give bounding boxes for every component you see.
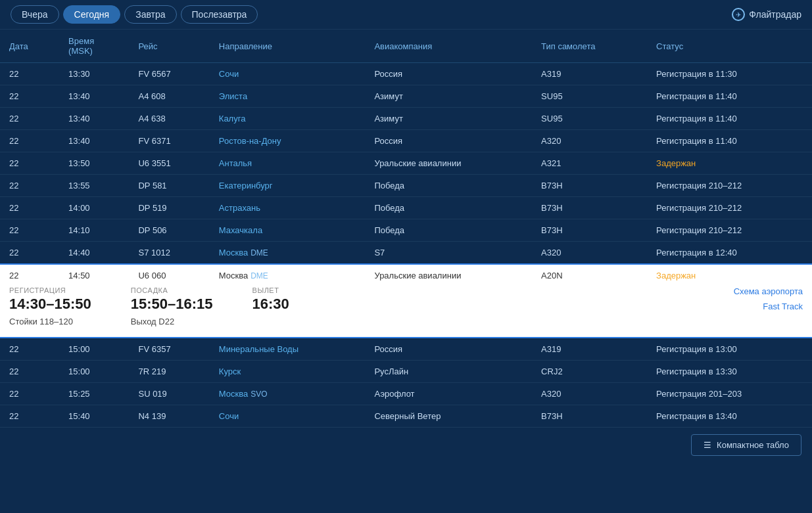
counters-info: Стойки 118–120: [9, 317, 91, 326]
table-row[interactable]: 22 14:40 S7 1012 МоскваDME S7 A320 Регис…: [0, 242, 812, 265]
table-row[interactable]: 22 15:40 N4 139 Сочи Северный Ветер B73H…: [0, 405, 812, 428]
cell-date: 22: [0, 152, 59, 175]
cell-airline: Азимут: [365, 85, 532, 108]
compact-table-button[interactable]: ☰ Компактное табло: [691, 434, 801, 456]
cell-flight: FV 6567: [129, 63, 209, 85]
cell-status: Задержан: [647, 152, 812, 175]
col-header-flight: Рейс: [129, 30, 209, 63]
cell-date: 22: [0, 264, 59, 286]
boarding-info: ПОСАДКА 15:50–16:15 Выход D22: [131, 286, 226, 326]
cell-status: Регистрация в 13:40: [647, 405, 812, 428]
cell-plane: CRJ2: [532, 361, 647, 383]
cell-flight: U6 060: [129, 264, 209, 286]
col-header-dest: Направление: [210, 30, 366, 63]
table-row[interactable]: 22 13:40 A4 608 Элиста Азимут SU95 Регис…: [0, 85, 812, 108]
table-row[interactable]: 22 14:50 U6 060 МоскваDME Уральские авиа…: [0, 264, 812, 286]
brand-name: Флайтрадар: [749, 9, 801, 20]
cell-dest: Махачкала: [210, 219, 366, 242]
cell-status: Задержан: [647, 264, 812, 286]
after-tomorrow-button[interactable]: Послезавтра: [181, 5, 258, 24]
expanded-detail-row: РЕГИСТРАЦИЯ 14:30–15:50 Стойки 118–120 П…: [0, 286, 812, 338]
cell-date: 22: [0, 63, 59, 85]
cell-date: 22: [0, 130, 59, 152]
cell-dest: МоскваSVO: [210, 383, 366, 405]
table-row[interactable]: 22 13:30 FV 6567 Сочи Россия A319 Регист…: [0, 63, 812, 85]
gate-info: Выход D22: [131, 317, 213, 326]
cell-status: Регистрация в 13:30: [647, 361, 812, 383]
table-row[interactable]: 22 14:10 DP 506 Махачкала Победа B73H Ре…: [0, 219, 812, 242]
fast-track-link[interactable]: Fast Track: [763, 301, 803, 311]
registration-info: РЕГИСТРАЦИЯ 14:30–15:50 Стойки 118–120: [9, 286, 105, 326]
cell-status: Регистрация в 12:40: [647, 242, 812, 265]
table-row[interactable]: 22 15:00 7R 219 Курск РусЛайн CRJ2 Регис…: [0, 361, 812, 383]
cell-status: Регистрация 210–212: [647, 197, 812, 219]
cell-time: 15:00: [59, 338, 129, 361]
today-button[interactable]: Сегодня: [63, 5, 121, 24]
cell-flight: SU 019: [129, 383, 209, 405]
board-label: ПОСАДКА: [131, 286, 213, 294]
airport-map-link[interactable]: Схема аэропорта: [734, 286, 803, 296]
table-row[interactable]: 22 13:50 U6 3551 Анталья Уральские авиал…: [0, 152, 812, 175]
cell-status: Регистрация в 11:40: [647, 108, 812, 130]
cell-plane: A320: [532, 242, 647, 265]
cell-flight: U6 3551: [129, 152, 209, 175]
cell-status: Регистрация в 11:40: [647, 85, 812, 108]
depart-label: ВЫЛЕТ: [252, 286, 289, 294]
cell-status: Регистрация в 11:40: [647, 130, 812, 152]
cell-time: 13:40: [59, 108, 129, 130]
flight-table: Дата Время(MSK) Рейс Направление Авиаком…: [0, 30, 812, 428]
tomorrow-button[interactable]: Завтра: [124, 5, 176, 24]
yesterday-button[interactable]: Вчера: [11, 5, 59, 24]
cell-dest: Калуга: [210, 108, 366, 130]
cell-time: 13:30: [59, 63, 129, 85]
cell-airline: S7: [365, 242, 532, 265]
cell-date: 22: [0, 85, 59, 108]
cell-date: 22: [0, 242, 59, 265]
cell-plane: B73H: [532, 175, 647, 197]
cell-airline: Аэрофлот: [365, 383, 532, 405]
expand-links: Схема аэропорта Fast Track: [698, 286, 803, 311]
cell-flight: 7R 219: [129, 361, 209, 383]
table-row[interactable]: 22 15:25 SU 019 МоскваSVO Аэрофлот A320 …: [0, 383, 812, 405]
cell-dest: Анталья: [210, 152, 366, 175]
cell-dest: Курск: [210, 361, 366, 383]
cell-airline: РусЛайн: [365, 361, 532, 383]
table-row[interactable]: 22 13:40 FV 6371 Ростов-на-Дону Россия A…: [0, 130, 812, 152]
cell-airline: Северный Ветер: [365, 405, 532, 428]
cell-dest: Ростов-на-Дону: [210, 130, 366, 152]
cell-plane: A319: [532, 63, 647, 85]
table-row[interactable]: 22 14:00 DP 519 Астрахань Победа B73H Ре…: [0, 197, 812, 219]
cell-status: Регистрация 210–212: [647, 219, 812, 242]
cell-airline: Победа: [365, 175, 532, 197]
cell-flight: DP 519: [129, 197, 209, 219]
cell-dest: МоскваDME: [210, 264, 366, 286]
cell-airline: Азимут: [365, 108, 532, 130]
cell-dest: Сочи: [210, 63, 366, 85]
cell-dest: Минеральные Воды: [210, 338, 366, 361]
cell-flight: S7 1012: [129, 242, 209, 265]
table-row[interactable]: 22 13:40 A4 638 Калуга Азимут SU95 Регис…: [0, 108, 812, 130]
cell-plane: SU95: [532, 85, 647, 108]
depart-time: 16:30: [252, 296, 289, 313]
cell-time: 13:50: [59, 152, 129, 175]
reg-label: РЕГИСТРАЦИЯ: [9, 286, 91, 294]
cell-dest: Екатеринбург: [210, 175, 366, 197]
cell-plane: A20N: [532, 264, 647, 286]
cell-plane: B73H: [532, 405, 647, 428]
cell-status: Регистрация в 11:30: [647, 63, 812, 85]
cell-date: 22: [0, 405, 59, 428]
top-navigation: Вчера Сегодня Завтра Послезавтра ✈ Флайт…: [0, 0, 812, 30]
cell-airline: Победа: [365, 219, 532, 242]
compact-label: Компактное табло: [717, 440, 789, 450]
cell-time: 14:10: [59, 219, 129, 242]
flight-table-wrapper: Дата Время(MSK) Рейс Направление Авиаком…: [0, 30, 812, 428]
cell-airline: Россия: [365, 63, 532, 85]
cell-status: Регистрация 201–203: [647, 383, 812, 405]
cell-plane: B73H: [532, 219, 647, 242]
table-row[interactable]: 22 15:00 FV 6357 Минеральные Воды Россия…: [0, 338, 812, 361]
cell-time: 14:40: [59, 242, 129, 265]
cell-date: 22: [0, 219, 59, 242]
table-row[interactable]: 22 13:55 DP 581 Екатеринбург Победа B73H…: [0, 175, 812, 197]
cell-time: 15:25: [59, 383, 129, 405]
cell-flight: DP 581: [129, 175, 209, 197]
